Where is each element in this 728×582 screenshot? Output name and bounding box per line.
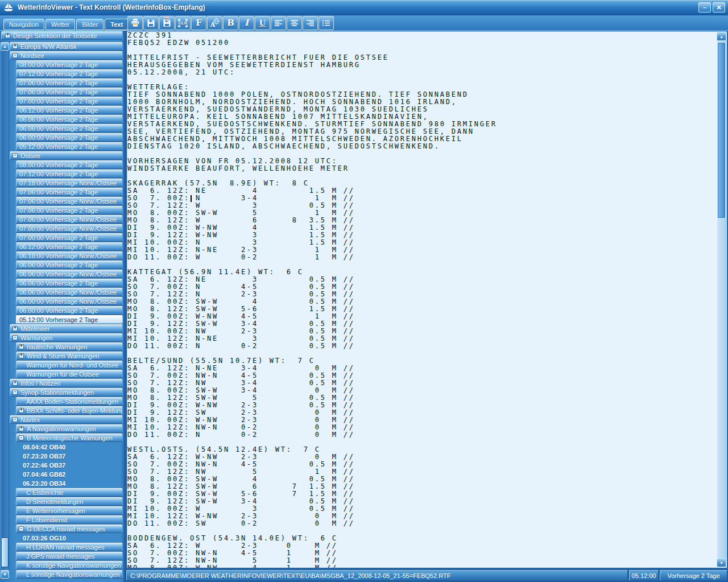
expand-icon[interactable]: + bbox=[19, 344, 24, 349]
bullet-list-button[interactable] bbox=[318, 16, 334, 30]
tree-item[interactable]: 07.06:00 Vorhersage Norw./Ostsee bbox=[16, 197, 123, 205]
tree-item[interactable]: 06.06:00 Vorhersage 2 Tage bbox=[16, 115, 123, 123]
tree-item[interactable]: 06.23:20 OB34 bbox=[20, 479, 123, 488]
tree-item[interactable]: -Ostsee bbox=[10, 151, 123, 160]
scroll-up-button[interactable]: ▲ bbox=[1, 42, 9, 51]
save-button[interactable] bbox=[143, 16, 159, 30]
tree-item[interactable]: +Wind & Sturm Warnungen bbox=[16, 352, 123, 360]
tree-item[interactable]: 06.06:00 Vorhersage 2 Tage bbox=[16, 124, 123, 133]
tree-item[interactable]: F Lotsendienst bbox=[16, 515, 123, 524]
scroll-down-button[interactable]: ▼ bbox=[1, 570, 9, 579]
close-button[interactable]: ✕ bbox=[713, 2, 725, 13]
expand-icon[interactable]: + bbox=[13, 381, 18, 386]
tree-item[interactable]: 07.06:00 Vorhersage 2 Tage bbox=[16, 79, 123, 87]
tree-item[interactable]: 07.18:00 Vorhersage Norw./Ostsee bbox=[16, 179, 123, 187]
expand-icon[interactable]: + bbox=[13, 44, 18, 49]
tree-item[interactable]: +nautische Warnungen bbox=[16, 342, 123, 351]
tree-item[interactable]: 07.00:00 Vorhersage 2 Tage bbox=[16, 97, 123, 105]
italic-button[interactable]: I bbox=[239, 16, 254, 30]
tree-item[interactable]: C Eisberichte bbox=[16, 488, 123, 497]
sidebar-header[interactable]: + Design Selektion der Textseite bbox=[1, 31, 123, 40]
tree-item[interactable]: 06.06:00 Vorhersage 2 Tage bbox=[16, 261, 123, 269]
tree-item[interactable]: +Mittelmeer bbox=[10, 324, 123, 333]
tree-item[interactable]: 07.06:00 Vorhersage Norw./Ostsee bbox=[16, 215, 123, 224]
expand-icon[interactable]: + bbox=[19, 353, 24, 358]
tree-item[interactable]: 06.06:00 Vorhersage Norw./Ostsee bbox=[16, 288, 123, 296]
expand-icon[interactable]: + bbox=[19, 426, 24, 431]
collapse-icon[interactable]: - bbox=[19, 526, 24, 531]
collapse-icon[interactable]: - bbox=[13, 417, 18, 422]
tree-item[interactable]: 05.12:00 Vorhersage 2 Tage bbox=[16, 142, 123, 151]
tree-item[interactable]: 07.06:00 Vorhersage 2 Tage bbox=[16, 88, 123, 96]
tree-item[interactable]: 06.00:00 Vorhersage Norw./Ostsee bbox=[16, 297, 123, 306]
tree-item[interactable]: +Europa N/W Atlantik bbox=[10, 42, 123, 51]
tree-item[interactable]: 06.18:00 Vorhersage Norw./Ostsee bbox=[16, 251, 123, 260]
font-button[interactable]: F bbox=[191, 16, 206, 30]
tree-item[interactable]: L sonstige Navigationswarnungen bbox=[16, 570, 123, 579]
expand-icon[interactable]: + bbox=[19, 408, 24, 413]
tree-item[interactable]: 07.22:46 OB37 bbox=[20, 461, 123, 469]
scroll-down-button[interactable]: ▼ bbox=[717, 558, 726, 567]
print-button[interactable] bbox=[127, 16, 143, 30]
tree-item[interactable]: AAXX Boden-Stationsmeldungen bbox=[16, 397, 123, 406]
tree-item[interactable]: H LORAN navaid messages bbox=[16, 543, 123, 551]
tree-item[interactable]: -Nordsee bbox=[10, 51, 123, 60]
tree-item[interactable]: +Infos / Notizen bbox=[10, 379, 123, 387]
tree-item[interactable]: 06.06:00 Vorhersage 2 Tage bbox=[16, 279, 123, 287]
title-bar[interactable]: WetterInfoViewer - Text Kontroll (Wetter… bbox=[0, 0, 728, 15]
tree-item[interactable]: 06.00:00 Vorhersage 2 Tage bbox=[16, 306, 123, 315]
tree-item[interactable]: +A Navigationswarnungen bbox=[16, 424, 123, 433]
tab-text[interactable]: Text bbox=[105, 19, 129, 30]
tree-item[interactable]: 07.04:46 GB82 bbox=[20, 470, 123, 478]
tree-item[interactable]: 07.00:00 Vorhersage Norw./Ostsee bbox=[16, 224, 123, 233]
tree-item[interactable]: 06.06:00 Vorhersage Norw./Ostsee bbox=[16, 270, 123, 278]
collapse-icon[interactable]: - bbox=[13, 335, 18, 340]
tree-item[interactable]: 08.00:00 Vorhersage 2 Tage bbox=[16, 160, 123, 169]
align-right-button[interactable] bbox=[303, 16, 318, 30]
tree-item[interactable]: -Synop-Stationsmeldungen bbox=[10, 388, 123, 397]
tree-item[interactable]: 07.03:26 OG10 bbox=[20, 534, 123, 542]
tab-bilder[interactable]: Bilder bbox=[76, 19, 104, 30]
tree-item[interactable]: -Navtex bbox=[10, 415, 123, 424]
tree-item[interactable]: D Seenotmeldungen bbox=[16, 497, 123, 506]
tree-item[interactable]: 08.00:00 Vorhersage 2 Tage bbox=[16, 60, 123, 69]
tree-item[interactable]: 06.00:00 Vorhersage 2 Tage bbox=[16, 133, 123, 142]
scrollbar-thumb[interactable] bbox=[1, 538, 9, 567]
character-map-button[interactable]: A bbox=[207, 16, 222, 30]
tree-item[interactable]: 07.12:00 Vorhersage 2 Tage bbox=[16, 170, 123, 178]
expand-icon[interactable]: + bbox=[5, 33, 10, 38]
tree-item[interactable]: Warnungen für Nord- und Ostsee bbox=[16, 361, 123, 369]
clear-button[interactable]: CLR bbox=[175, 16, 191, 30]
tree-item[interactable]: K sonstige Navigationswarnungen bbox=[16, 561, 123, 569]
align-center-button[interactable] bbox=[287, 16, 302, 30]
collapse-icon[interactable]: - bbox=[13, 53, 18, 58]
tree-item[interactable]: -G DECCA navaid messages bbox=[16, 525, 123, 533]
collapse-icon[interactable]: - bbox=[13, 153, 18, 158]
tab-wetter[interactable]: Wetter bbox=[46, 19, 75, 30]
tree-item[interactable]: -B Meteorologische Warnungen bbox=[16, 434, 123, 442]
tree-item[interactable]: 06.12:00 Vorhersage 2 Tage bbox=[16, 106, 123, 114]
tree-item[interactable]: 07.06:00 Vorhersage 2 Tage bbox=[16, 206, 123, 214]
tree-item[interactable]: 06.12:00 Vorhersage 2 Tage bbox=[16, 242, 123, 251]
sidebar-scrollbar[interactable]: ▲ ▼ bbox=[1, 42, 9, 579]
scroll-up-button[interactable]: ▲ bbox=[717, 32, 726, 41]
minimize-button[interactable]: – bbox=[698, 2, 711, 13]
expand-icon[interactable]: + bbox=[13, 326, 18, 331]
collapse-icon[interactable]: - bbox=[13, 390, 18, 395]
collapse-icon[interactable]: - bbox=[19, 435, 24, 440]
tree-item[interactable]: E Wettervorhersagen bbox=[16, 506, 123, 515]
save-rtf-button[interactable]: RS bbox=[159, 16, 175, 30]
tree-item[interactable]: 07.12:00 Vorhersage 2 Tage bbox=[16, 69, 123, 78]
text-scrollbar[interactable]: ▲ ▼ bbox=[717, 32, 726, 567]
align-left-button[interactable] bbox=[271, 16, 286, 30]
tab-navigation[interactable]: Navigation bbox=[3, 19, 44, 30]
tree-item[interactable]: Warnungen für die Ostsee bbox=[16, 370, 123, 378]
tree-item[interactable]: 07.00:00 Vorhersage 2 Tage bbox=[16, 233, 123, 242]
tree-item[interactable]: +BBXX Schiffs- oder Bojen-Meldung bbox=[16, 406, 123, 415]
tree-item[interactable]: 08.04:42 OB40 bbox=[20, 443, 123, 451]
tree-item[interactable]: 07.06:00 Vorhersage 2 Tage bbox=[16, 188, 123, 196]
scrollbar-thumb[interactable] bbox=[717, 42, 726, 218]
tree-item[interactable]: -Warnungen bbox=[10, 333, 123, 342]
bold-button[interactable]: B bbox=[223, 16, 238, 30]
underline-button[interactable]: U bbox=[255, 16, 270, 30]
